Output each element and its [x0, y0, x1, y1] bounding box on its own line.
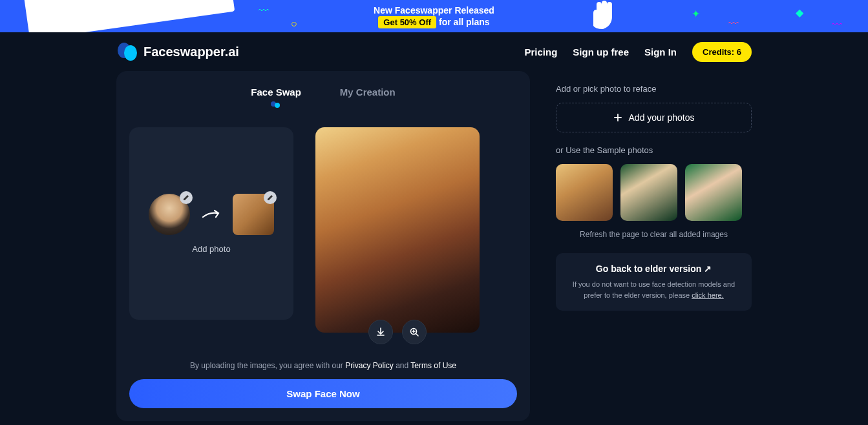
sample-photo-1[interactable]	[556, 164, 613, 221]
refresh-hint: Refresh the page to clear all added imag…	[556, 230, 752, 239]
credits-button[interactable]: Credits: 6	[692, 42, 752, 62]
sample-photo-2[interactable]	[620, 164, 677, 221]
nav-signup[interactable]: Sign up free	[573, 47, 629, 57]
header: Faceswapper.ai Pricing Sign up free Sign…	[0, 32, 868, 71]
privacy-link[interactable]: Privacy Policy	[345, 361, 394, 370]
pencil-icon	[267, 194, 273, 201]
tab-face-swap[interactable]: Face Swap	[251, 87, 301, 109]
hand-icon	[584, 0, 622, 32]
side-panel: Add or pick photo to reface Add your pho…	[556, 71, 752, 421]
elder-click-here-link[interactable]: click here.	[692, 291, 724, 299]
edit-source-face-button[interactable]	[180, 191, 193, 204]
pencil-icon	[183, 194, 189, 201]
add-photos-button[interactable]: Add your photos	[556, 103, 752, 132]
banner-headline: New Faceswapper Released	[374, 5, 494, 16]
promo-banner: 〰 ● 〰 ○ ✦ 〰 ◆ 〰 New Faceswapper Released…	[0, 0, 868, 32]
add-or-pick-label: Add or pick photo to reface	[556, 84, 752, 94]
preview-image	[315, 127, 480, 333]
banner-suffix: for all plans	[439, 17, 490, 27]
upload-area[interactable]: Add photo	[129, 127, 293, 320]
download-button[interactable]	[368, 320, 393, 344]
nav-signin[interactable]: Sign In	[644, 47, 677, 57]
logo-icon	[116, 41, 137, 62]
sample-photo-3[interactable]	[685, 164, 742, 221]
terms-text: By uploading the images, you agree with …	[129, 361, 517, 370]
editor-panel: Face Swap My Creation	[116, 71, 530, 421]
zoom-button[interactable]	[402, 320, 427, 344]
arrow-right-icon	[202, 208, 221, 221]
nav-pricing[interactable]: Pricing	[524, 47, 557, 57]
edit-target-face-button[interactable]	[264, 191, 277, 204]
download-icon	[376, 327, 386, 337]
elder-version-box: Go back to elder version ↗ If you do not…	[556, 253, 752, 311]
banner-discount-badge: Get 50% Off	[378, 16, 436, 28]
elder-version-link[interactable]: Go back to elder version ↗	[569, 264, 739, 274]
nav: Pricing Sign up free Sign In Credits: 6	[524, 42, 752, 62]
brand-name: Faceswapper.ai	[143, 45, 239, 59]
zoom-icon	[409, 327, 419, 337]
swap-face-button[interactable]: Swap Face Now	[129, 379, 517, 408]
tos-link[interactable]: Terms of Use	[410, 361, 456, 370]
logo[interactable]: Faceswapper.ai	[116, 41, 239, 62]
tab-my-creation[interactable]: My Creation	[340, 87, 396, 109]
plus-icon	[613, 113, 622, 122]
or-use-label: or Use the Sample photos	[556, 145, 752, 155]
add-photo-label: Add photo	[192, 244, 230, 254]
